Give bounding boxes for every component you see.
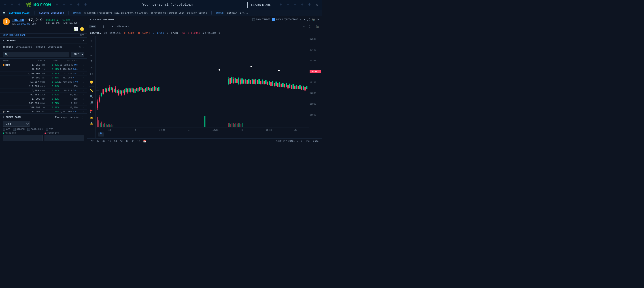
fullscreen-icon[interactable]: ⛶	[307, 18, 310, 21]
auto-btn[interactable]: auto	[312, 140, 320, 143]
tab-trading[interactable]: Trading	[3, 45, 13, 50]
flag-tool[interactable]: 🚩	[88, 109, 94, 114]
of-tab-exchange[interactable]: Exchange	[55, 116, 67, 119]
emoji-tool[interactable]: 😊	[88, 79, 94, 85]
pulse-label[interactable]: Bitfinex Pulse	[9, 12, 30, 14]
banner-decor-right: + + + + +	[280, 2, 312, 7]
any-select[interactable]: ANY	[71, 52, 84, 57]
tab-securities[interactable]: Securities	[48, 45, 62, 50]
chart-dropdown-icon[interactable]: ▼	[304, 18, 305, 21]
tf-3m[interactable]: 3m	[102, 140, 106, 143]
price-change: 253.00 ▲ ( 1.49% )	[46, 19, 78, 21]
col-last-header[interactable]: LAST ⇅	[25, 59, 45, 62]
table-row[interactable]: 16,290 EUR 1.17% 1,416,7065.0x ☆	[0, 67, 87, 71]
table-row[interactable]: 2,334,000 JPY 2.39% 67,6353.3x ☆	[0, 71, 87, 76]
gear-chart-icon[interactable]: ⚙	[302, 24, 306, 28]
show-liquidations-toggle[interactable]: SHOW LIQUIDATIONS	[272, 18, 298, 21]
info-icon[interactable]: ⓘ	[25, 18, 27, 22]
table-row[interactable]: 14,059 GBP 1.88% 951,9583.3x ☆	[0, 76, 87, 80]
table-row[interactable]: 17,990 MIM 5.22% 818 ☆	[0, 97, 87, 101]
tf-3d[interactable]: 3d	[119, 140, 124, 143]
chart-type-candlestick[interactable]: |||	[100, 25, 107, 28]
calendar-icon[interactable]: 📅	[142, 140, 147, 143]
oco-checkbox[interactable]: OCO	[3, 128, 10, 131]
table-row[interactable]: 16,296 EURt 1.04% 49,2293.3x ☆	[0, 88, 87, 93]
indicators-button[interactable]: 〜 Indicators	[111, 25, 129, 28]
zoom-out-tool[interactable]: 🔎	[88, 100, 94, 106]
hidden-label: HIDDEN	[16, 128, 24, 131]
col-vol-header[interactable]: VOL USD ⇅	[58, 59, 78, 62]
table-row[interactable]: LTC 83.450 USD 9.73% 4,037,1065.0x ☆	[0, 110, 87, 113]
refresh-icon[interactable]: ⟳	[317, 18, 320, 21]
ticker-star[interactable]: ☆	[78, 64, 84, 66]
lightning-tool[interactable]: ⚡	[88, 65, 94, 70]
learn-more-button[interactable]: LEARN MORE	[248, 2, 275, 8]
table-row[interactable]: 119,560 CNHt 0.54% 686 ☆	[0, 84, 87, 88]
close-icon[interactable]: ✕	[316, 2, 318, 7]
star-icon[interactable]: ☆	[83, 46, 84, 49]
table-row[interactable]: 335,890 MXNt 2.77% 2,042 ☆	[0, 101, 87, 105]
tf-6h[interactable]: 6h	[131, 140, 135, 143]
post-only-cb-box[interactable]	[27, 128, 30, 131]
table-row[interactable]: 319,390 TRY 0.52% 10,580 ☆	[0, 105, 87, 110]
tf-1h[interactable]: 1h	[136, 140, 141, 143]
zoom-in-tool[interactable]: 🔍	[88, 94, 94, 99]
tf-1m[interactable]: 1m	[107, 140, 112, 143]
crosshair-tool[interactable]: ✛	[88, 38, 94, 43]
hidden-checkbox[interactable]: HIDDEN	[13, 128, 24, 131]
table-row[interactable]: BTC 17,219 USD 1.49% 32,898,343 10x ☆	[0, 63, 87, 67]
bottom-toolbar: 3y 1y 3m 1m 7d 3d 1d 6h 1h 📅 14:01:12 (U…	[87, 138, 322, 144]
show-trades-cb[interactable]	[252, 18, 255, 21]
shape-tool[interactable]: ⬡	[88, 71, 94, 77]
price-input[interactable]	[3, 135, 43, 141]
chart-chevron-icon[interactable]: ▼	[90, 18, 91, 21]
rank-label[interactable]: Your BTC/USD Rank	[3, 34, 26, 36]
tab-funding[interactable]: Funding	[35, 45, 45, 50]
lock-tool[interactable]: 🔓	[88, 115, 94, 120]
log-btn[interactable]: log	[305, 140, 310, 143]
tf-3y[interactable]: 3y	[90, 140, 94, 143]
show-trades-toggle[interactable]: SHOW TRADES	[252, 18, 270, 21]
ticker-table[interactable]: BTC 17,219 USD 1.49% 32,898,343 10x ☆ 16…	[0, 63, 87, 113]
show-liq-cb[interactable]	[272, 18, 275, 21]
measure-tool[interactable]: 📏	[88, 88, 94, 93]
order-type-select[interactable]: Limit	[3, 121, 30, 127]
chart-body[interactable]: ✛ ↗ ✏ T ⚡ ⬡ 😊 📏 🔍 🔎 🚩 🔓 🔒 ‹	[87, 36, 322, 138]
tickers-chevron-icon[interactable]: ▼	[3, 39, 4, 42]
tif-checkbox[interactable]: TIF	[46, 128, 53, 131]
camera-icon[interactable]: 📷	[312, 18, 315, 21]
screenshot-icon[interactable]: 📷	[314, 24, 320, 28]
text-tool[interactable]: T	[88, 59, 94, 64]
chart-up-arrow[interactable]: ▲	[300, 18, 302, 21]
draw-tool[interactable]: ↗	[88, 44, 94, 50]
svg-rect-49	[134, 89, 136, 93]
search-box[interactable]: 🔍	[3, 52, 69, 57]
gear-icon[interactable]: ⚙	[83, 39, 84, 42]
table-row[interactable]: 9.7262 XAUt 3.09% 24,532 ☆	[0, 93, 87, 97]
oco-cb-box[interactable]	[3, 128, 5, 131]
expand-chart-icon[interactable]: ⛶	[308, 24, 313, 28]
collapse-arrow[interactable]: ‹	[96, 84, 99, 91]
amount-input[interactable]	[44, 135, 84, 141]
pct-btn[interactable]: %	[300, 140, 303, 143]
tab-derivatives[interactable]: Derivatives	[16, 45, 32, 50]
of-tab-margin[interactable]: Margin	[70, 116, 78, 119]
settings-icon[interactable]: ⚙	[296, 140, 298, 143]
finance-label[interactable]: Finance Ecosystem	[39, 12, 64, 14]
pencil-tool[interactable]: ✏	[88, 52, 94, 58]
col-name-header[interactable]: NAME ⇅	[3, 59, 25, 62]
lock-all-tool[interactable]: 🔒	[88, 121, 94, 126]
tf-1d[interactable]: 1d	[125, 140, 129, 143]
of-menu-icon[interactable]: ⋮	[81, 115, 84, 119]
timeframe-30m[interactable]: 30m	[89, 25, 96, 28]
m-button[interactable]: M	[78, 45, 82, 49]
of-chevron-icon[interactable]: ▼	[3, 116, 4, 118]
pair-name-link[interactable]: BTC/USD	[12, 18, 24, 22]
table-row[interactable]: 17,207 USDt 1.50% 20,750,9335.0x ☆	[0, 80, 87, 84]
tf-7d[interactable]: 7d	[113, 140, 118, 143]
col-24h-header[interactable]: 24H ⇅	[45, 59, 58, 62]
post-only-checkbox[interactable]: POST-ONLY	[27, 128, 43, 131]
hidden-cb-box[interactable]	[13, 128, 16, 131]
tf-1y[interactable]: 1y	[96, 140, 100, 143]
tif-cb-box[interactable]	[46, 128, 48, 131]
